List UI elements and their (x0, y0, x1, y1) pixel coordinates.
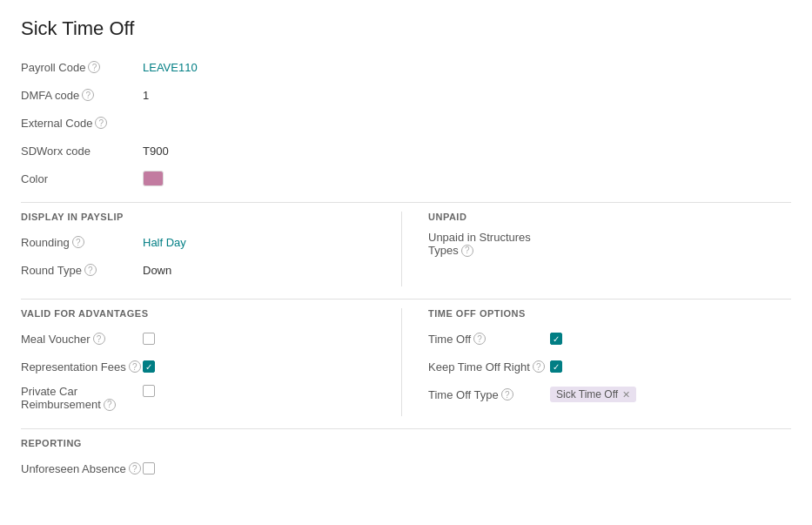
time-off-options-title: TIME OFF OPTIONS (428, 308, 791, 319)
payroll-code-value: LEAVE110 (143, 61, 198, 74)
time-off-help-icon[interactable]: ? (473, 333, 486, 345)
private-car-help-icon[interactable]: ? (104, 399, 116, 411)
valid-for-advantages-title: VALID FOR ADVANTAGES (21, 308, 384, 319)
unpaid-structures-help-icon[interactable]: ? (461, 245, 473, 257)
rounding-row: Rounding ? Half Day (21, 231, 384, 253)
reporting-section: REPORTING Unforeseen Absence ? (21, 438, 791, 480)
payslip-unpaid-section: DISPLAY IN PAYSLIP Rounding ? Half Day R… (21, 212, 791, 286)
time-off-type-tag-text: Sick Time Off (556, 388, 618, 400)
keep-time-off-right-row: Keep Time Off Right ? ✓ (428, 355, 791, 378)
meal-voucher-help-icon[interactable]: ? (93, 333, 105, 345)
dmfa-code-label: DMFA code ? (21, 89, 143, 102)
color-row: Color (21, 167, 791, 190)
time-off-type-tag[interactable]: Sick Time Off ✕ (550, 387, 636, 402)
payroll-code-help-icon[interactable]: ? (88, 61, 100, 73)
time-off-options-col: TIME OFF OPTIONS Time Off ? ✓ Keep Time … (402, 308, 791, 416)
display-in-payslip-title: DISPLAY IN PAYSLIP (21, 212, 384, 222)
unpaid-structures-label: Unpaid in Structures Types ? (428, 231, 531, 257)
external-code-row: External Code ? (21, 111, 791, 134)
section-divider-2 (21, 299, 791, 300)
external-code-label: External Code ? (21, 117, 143, 130)
time-off-checkbox[interactable]: ✓ (550, 333, 562, 345)
representation-fees-help-icon[interactable]: ? (129, 360, 141, 373)
unforeseen-absence-checkbox[interactable] (143, 462, 155, 475)
private-car-row: Private Car Reimbursement ? (21, 383, 384, 411)
color-label: Color (21, 172, 143, 185)
payroll-code-label: Payroll Code ? (21, 61, 143, 74)
reporting-title: REPORTING (21, 438, 791, 448)
unforeseen-absence-help-icon[interactable]: ? (129, 462, 141, 475)
payroll-code-row: Payroll Code ? LEAVE110 (21, 56, 791, 78)
external-code-help-icon[interactable]: ? (95, 117, 107, 129)
sdworx-code-label: SDWorx code (21, 145, 143, 158)
unforeseen-absence-label: Unforeseen Absence ? (21, 462, 143, 475)
keep-time-off-right-help-icon[interactable]: ? (533, 360, 545, 373)
dmfa-code-row: DMFA code ? 1 (21, 84, 791, 106)
time-off-type-help-icon[interactable]: ? (501, 388, 513, 400)
time-off-type-row: Time Off Type ? Sick Time Off ✕ (428, 383, 791, 406)
sdworx-code-value: T900 (143, 145, 169, 158)
section-divider-1 (21, 202, 791, 203)
round-type-label: Round Type ? (21, 264, 143, 277)
round-type-value: Down (143, 264, 171, 277)
dmfa-code-help-icon[interactable]: ? (82, 89, 94, 101)
sdworx-code-row: SDWorx code T900 (21, 139, 791, 162)
rounding-label: Rounding ? (21, 236, 143, 249)
rounding-help-icon[interactable]: ? (72, 236, 84, 248)
time-off-type-label: Time Off Type ? (428, 388, 550, 401)
unpaid-title: UNPAID (428, 212, 791, 222)
private-car-checkbox[interactable] (143, 385, 155, 397)
unpaid-col: UNPAID Unpaid in Structures Types ? (402, 212, 791, 286)
time-off-label: Time Off ? (428, 333, 550, 346)
representation-fees-label: Representation Fees ? (21, 360, 143, 374)
meal-voucher-label: Meal Voucher ? (21, 333, 143, 346)
meal-voucher-row: Meal Voucher ? (21, 327, 384, 350)
keep-time-off-right-checkbox[interactable]: ✓ (550, 360, 562, 373)
representation-fees-checkbox[interactable]: ✓ (143, 360, 155, 373)
section-divider-3 (21, 428, 791, 429)
unforeseen-absence-row: Unforeseen Absence ? (21, 457, 791, 480)
advantages-col: VALID FOR ADVANTAGES Meal Voucher ? Repr… (21, 308, 402, 416)
private-car-label: Private Car Reimbursement ? (21, 383, 143, 411)
dmfa-code-value: 1 (143, 89, 149, 102)
round-type-row: Round Type ? Down (21, 259, 384, 281)
representation-fees-row: Representation Fees ? ✓ (21, 355, 384, 378)
rounding-value: Half Day (143, 236, 186, 249)
keep-time-off-right-label: Keep Time Off Right ? (428, 360, 550, 374)
round-type-help-icon[interactable]: ? (84, 264, 97, 276)
payslip-col: DISPLAY IN PAYSLIP Rounding ? Half Day R… (21, 212, 402, 286)
meal-voucher-checkbox[interactable] (143, 333, 155, 345)
page-title: Sick Time Off (21, 17, 791, 40)
advantages-timeoptions-section: VALID FOR ADVANTAGES Meal Voucher ? Repr… (21, 308, 791, 416)
color-swatch[interactable] (143, 171, 164, 186)
time-off-row: Time Off ? ✓ (428, 327, 791, 350)
time-off-type-tag-close-icon[interactable]: ✕ (622, 389, 630, 400)
unpaid-structures-row: Unpaid in Structures Types ? (428, 231, 791, 257)
